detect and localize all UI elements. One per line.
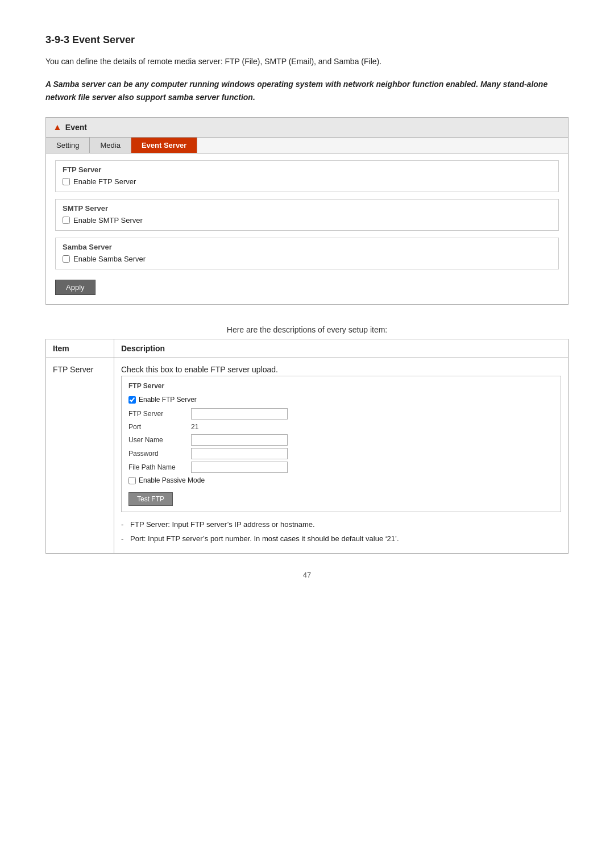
- ftp-desc-text: Check this box to enable FTP server uplo…: [121, 364, 561, 376]
- inner-ftp-password-row: Password: [128, 448, 554, 459]
- inner-ftp-port-row: Port 21: [128, 422, 554, 432]
- tab-setting[interactable]: Setting: [46, 138, 90, 153]
- inner-ftp-passive-label: Enable Passive Mode: [139, 475, 205, 485]
- inner-ftp-filepath-label: File Path Name: [128, 462, 191, 472]
- inner-ftp-panel-title: FTP Server: [128, 381, 554, 391]
- test-ftp-button[interactable]: Test FTP: [128, 492, 173, 506]
- inner-ftp-username-label: User Name: [128, 435, 191, 445]
- samba-enable-checkbox[interactable]: [63, 255, 70, 263]
- inner-ftp-username-input[interactable]: [191, 434, 288, 446]
- smtp-enable-checkbox[interactable]: [63, 217, 70, 224]
- col-item: Item: [46, 339, 114, 358]
- ftp-server-section: FTP Server Enable FTP Server: [55, 160, 559, 192]
- event-body: FTP Server Enable FTP Server SMTP Server…: [46, 153, 568, 304]
- ftp-enable-checkbox[interactable]: [63, 178, 70, 185]
- ftp-bullet-1: Port: Input FTP server’s port number. In…: [121, 533, 561, 545]
- row-desc-ftp: Check this box to enable FTP server uplo…: [114, 358, 569, 554]
- tab-media[interactable]: Media: [90, 138, 131, 153]
- row-item-ftp: FTP Server: [46, 358, 114, 554]
- ftp-bullet-0: FTP Server: Input FTP server’s IP addres…: [121, 519, 561, 531]
- inner-ftp-enable-row: Enable FTP Server: [128, 394, 554, 405]
- ftp-enable-label: Enable FTP Server: [73, 177, 136, 186]
- inner-ftp-passive-checkbox[interactable]: [128, 477, 136, 484]
- apply-button[interactable]: Apply: [55, 280, 96, 295]
- event-icon: ▲: [53, 122, 62, 132]
- desc-intro: Here are the descriptions of every setup…: [45, 325, 569, 334]
- table-row: FTP Server Check this box to enable FTP …: [46, 358, 569, 554]
- inner-ftp-panel: FTP Server Enable FTP Server FTP Server …: [121, 376, 561, 512]
- smtp-enable-row: Enable SMTP Server: [63, 216, 551, 225]
- italic-bold-text: A Samba server can be any computer runni…: [45, 78, 569, 103]
- page-number: 47: [45, 571, 569, 579]
- inner-ftp-username-row: User Name: [128, 434, 554, 446]
- inner-ftp-server-input[interactable]: [191, 408, 288, 420]
- ftp-bullet-list: FTP Server: Input FTP server’s IP addres…: [121, 519, 561, 545]
- samba-server-section: Samba Server Enable Samba Server: [55, 238, 559, 269]
- smtp-server-section: SMTP Server Enable SMTP Server: [55, 199, 559, 231]
- section-title: 3-9-3 Event Server: [45, 34, 569, 46]
- col-description: Description: [114, 339, 569, 358]
- tab-event-server[interactable]: Event Server: [131, 138, 198, 153]
- inner-ftp-port-label: Port: [128, 422, 191, 432]
- inner-ftp-server-row: FTP Server: [128, 408, 554, 420]
- inner-ftp-port-value: 21: [191, 422, 198, 432]
- samba-enable-row: Enable Samba Server: [63, 255, 551, 263]
- inner-ftp-password-label: Password: [128, 448, 191, 459]
- event-panel-header: ▲ Event: [46, 118, 568, 138]
- inner-ftp-passive-row: Enable Passive Mode: [128, 475, 554, 485]
- samba-enable-label: Enable Samba Server: [73, 255, 146, 263]
- inner-ftp-filepath-input[interactable]: [191, 462, 288, 473]
- event-tabs: Setting Media Event Server: [46, 138, 568, 153]
- samba-server-title: Samba Server: [63, 243, 551, 251]
- smtp-server-title: SMTP Server: [63, 204, 551, 213]
- inner-ftp-filepath-row: File Path Name: [128, 462, 554, 473]
- intro-text: You can define the details of remote med…: [45, 55, 569, 68]
- inner-ftp-enable-checkbox[interactable]: [128, 396, 136, 404]
- smtp-enable-label: Enable SMTP Server: [73, 216, 143, 225]
- desc-table: Item Description FTP Server Check this b…: [45, 339, 569, 554]
- ftp-server-title: FTP Server: [63, 165, 551, 174]
- ftp-enable-row: Enable FTP Server: [63, 177, 551, 186]
- inner-ftp-password-input[interactable]: [191, 448, 288, 459]
- inner-ftp-server-label: FTP Server: [128, 409, 191, 419]
- event-panel-title: Event: [65, 123, 87, 132]
- event-panel: ▲ Event Setting Media Event Server FTP S…: [45, 117, 569, 305]
- inner-ftp-enable-label: Enable FTP Server: [139, 394, 197, 405]
